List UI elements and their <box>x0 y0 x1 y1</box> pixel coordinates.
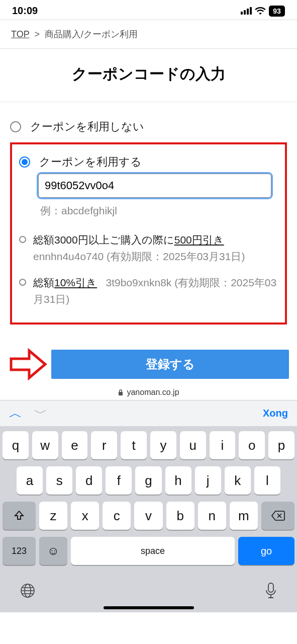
mic-key[interactable] <box>264 582 277 599</box>
coupon-code-example: 例：abcdefghikjl <box>40 204 281 218</box>
key-y[interactable]: y <box>150 431 176 459</box>
globe-key[interactable] <box>20 583 36 599</box>
signal-icon <box>241 7 252 15</box>
home-indicator[interactable] <box>104 606 194 609</box>
key-o[interactable]: o <box>239 431 265 459</box>
option-use-coupon[interactable]: クーポンを利用する <box>16 150 281 174</box>
clock: 10:09 <box>12 5 38 17</box>
key-e[interactable]: e <box>62 431 88 459</box>
radio-unchecked-icon[interactable] <box>10 121 21 132</box>
key-a[interactable]: a <box>17 466 43 495</box>
status-right: 93 <box>241 6 285 17</box>
key-i[interactable]: i <box>210 431 236 459</box>
numbers-key[interactable]: 123 <box>3 537 36 565</box>
key-r[interactable]: r <box>91 431 117 459</box>
key-j[interactable]: j <box>195 466 221 495</box>
key-g[interactable]: g <box>135 466 161 495</box>
emoji-key[interactable]: ☺ <box>39 537 67 565</box>
radio-small-icon[interactable] <box>19 279 26 286</box>
radio-small-icon[interactable] <box>19 236 26 243</box>
option-no-coupon[interactable]: クーポンを利用しない <box>7 115 290 138</box>
keyboard: qwertyuiop asdfghjkl zxcvbnm 123 ☺ space… <box>0 426 297 612</box>
key-d[interactable]: d <box>76 466 102 495</box>
svg-rect-5 <box>268 583 273 592</box>
coupon-options: クーポンを利用しない クーポンを利用する 例：abcdefghikjl 総額30… <box>0 102 297 333</box>
highlighted-coupon-section: クーポンを利用する 例：abcdefghikjl 総額3000円以上ご購入の際に… <box>10 142 287 325</box>
key-c[interactable]: c <box>103 502 131 530</box>
key-t[interactable]: t <box>121 431 147 459</box>
space-key[interactable]: space <box>71 537 235 565</box>
key-p[interactable]: p <box>268 431 294 459</box>
key-s[interactable]: s <box>46 466 72 495</box>
next-field-button[interactable]: ﹀ <box>34 405 47 422</box>
arrow-right-icon <box>8 348 47 381</box>
coupon-code-input[interactable] <box>38 174 271 198</box>
page-title: クーポンコードの入力 <box>0 49 297 102</box>
breadcrumb: TOP > 商品購入/クーポン利用 <box>0 20 297 49</box>
url-bar[interactable]: yanoman.co.jp <box>0 385 297 400</box>
key-x[interactable]: x <box>71 502 99 530</box>
key-v[interactable]: v <box>134 502 162 530</box>
key-w[interactable]: w <box>32 431 58 459</box>
key-f[interactable]: f <box>106 466 132 495</box>
submit-row: 登録する <box>0 333 297 385</box>
key-m[interactable]: m <box>230 502 258 530</box>
lock-icon <box>118 389 124 396</box>
breadcrumb-current: 商品購入/クーポン利用 <box>45 29 138 39</box>
coupon-choice-1[interactable]: 総額3000円以上ご購入の際に500円引き ennhn4u4o740 (有効期限… <box>16 227 281 270</box>
key-n[interactable]: n <box>198 502 226 530</box>
key-h[interactable]: h <box>165 466 191 495</box>
key-z[interactable]: z <box>39 502 67 530</box>
shift-key[interactable] <box>3 502 36 530</box>
go-key[interactable]: go <box>238 537 294 565</box>
wifi-icon <box>255 7 266 15</box>
battery-icon: 93 <box>269 6 285 17</box>
key-l[interactable]: l <box>254 466 280 495</box>
key-q[interactable]: q <box>3 431 29 459</box>
backspace-key[interactable] <box>261 502 294 530</box>
radio-checked-icon[interactable] <box>19 156 30 168</box>
keyboard-accessory: ︿ ﹀ Xong <box>0 400 297 426</box>
submit-button[interactable]: 登録する <box>51 350 289 379</box>
breadcrumb-top-link[interactable]: TOP <box>11 29 29 39</box>
prev-field-button[interactable]: ︿ <box>9 405 22 422</box>
coupon-choice-2[interactable]: 総額10%引き 3t9bo9xnkn8k (有効期限：2025年03月31日) <box>16 270 281 312</box>
key-k[interactable]: k <box>225 466 251 495</box>
status-bar: 10:09 93 <box>0 0 297 20</box>
key-u[interactable]: u <box>180 431 206 459</box>
key-b[interactable]: b <box>166 502 194 530</box>
keyboard-done-button[interactable]: Xong <box>263 408 288 419</box>
